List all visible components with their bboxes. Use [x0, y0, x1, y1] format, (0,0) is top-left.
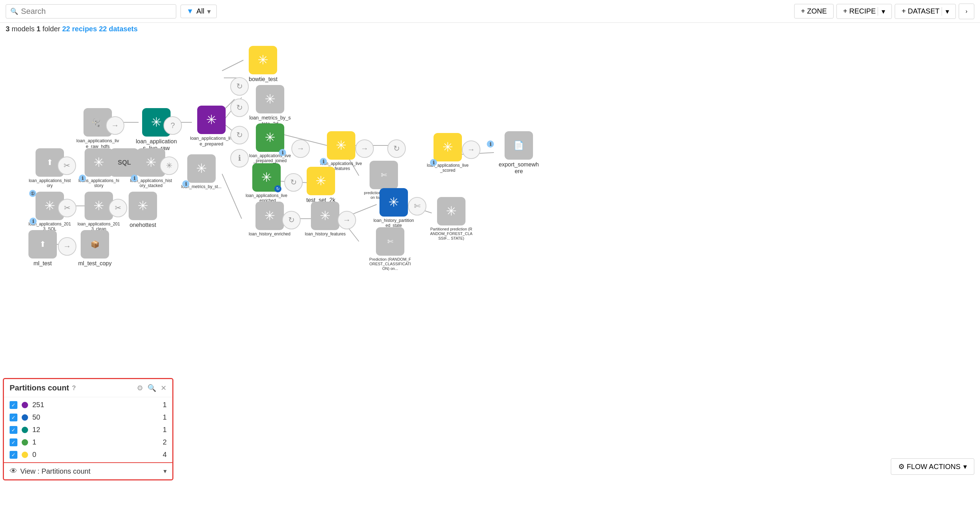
node-icon-metrics-state2: ✳: [187, 154, 216, 183]
folder-label: folder: [42, 25, 62, 33]
models-label: models: [12, 25, 37, 33]
back-button[interactable]: ›: [959, 3, 974, 19]
dot-purple: [22, 402, 28, 408]
dot-green: [22, 439, 28, 446]
node-onehottest[interactable]: ✳ onehottest: [129, 192, 157, 228]
panel-row-251: ✓ 251 1: [4, 399, 172, 411]
connector-scored-right[interactable]: →: [462, 141, 480, 159]
connector-2013-1[interactable]: ✂: [58, 199, 76, 217]
add-zone-button[interactable]: + ZONE: [794, 4, 834, 19]
folder-count: 1: [37, 25, 40, 33]
node-icon-partitioned-prediction: ✳: [437, 197, 466, 225]
settings-icon[interactable]: ⚙: [137, 384, 143, 392]
add-dataset-label: + DATASET: [902, 7, 940, 15]
connector-live-raw[interactable]: ?: [164, 116, 182, 135]
node-prediction-random-forest[interactable]: ✄ Prediction (RANDOM_FOREST_CLASSIFICATI…: [369, 227, 412, 271]
connector-prepared-mid[interactable]: ↻: [230, 126, 249, 144]
connector-enriched-right[interactable]: ↻: [284, 173, 303, 192]
node-prepared-joined[interactable]: ✳ loan_applications_live_prepared_joined: [249, 123, 291, 164]
node-test-set-2k[interactable]: ✳ test_set_2k: [306, 167, 336, 203]
dot-yellow: [22, 452, 28, 458]
connector-history-enriched[interactable]: ↻: [282, 211, 301, 229]
connector-history-1[interactable]: ✂: [57, 157, 76, 175]
checkbox-12[interactable]: ✓: [10, 426, 18, 434]
flow-actions-arrow: ▾: [963, 462, 967, 471]
value-1: 1: [32, 438, 163, 446]
node-label-loan-history: loan_applications_history: [29, 178, 71, 188]
node-ml-test-copy[interactable]: 📦 ml_test_copy: [78, 230, 111, 267]
count-251: 1: [163, 401, 167, 409]
add-dataset-button[interactable]: + DATASET ▾: [895, 4, 956, 19]
node-partitioned-prediction[interactable]: ✳ Partitioned prediction (RANDOM_FOREST_…: [430, 197, 473, 241]
connector-to-features[interactable]: →: [291, 139, 310, 158]
panel-row-0: ✓ 0 4: [4, 449, 172, 461]
node-loan-live-prepared[interactable]: ✳ loan_applications_live_prepared: [190, 105, 233, 147]
checkbox-50[interactable]: ✓: [10, 414, 18, 422]
connector-2013-2[interactable]: ✂: [109, 199, 127, 217]
count-0: 4: [163, 450, 167, 459]
node-export-somewhere[interactable]: 📄 export_somewhere: [498, 131, 540, 175]
node-bowtie-test[interactable]: ✳ bowtie_test: [249, 46, 277, 83]
search-box[interactable]: 🔍: [6, 4, 176, 19]
node-label-loan-history-partitioned: loan_history_partitioned_state: [372, 218, 415, 228]
node-icon-live-scored: ✳: [433, 133, 462, 161]
toolbar-left: 🔍 ▼ All ▾: [6, 4, 217, 19]
connector-raw-to-live[interactable]: →: [106, 116, 124, 135]
dot-teal: [22, 427, 28, 433]
search-panel-icon[interactable]: 🔍: [148, 384, 156, 392]
svg-line-21: [222, 174, 242, 219]
node-live-enriched[interactable]: ✳ ↻ loan_applications_live_enriched: [245, 163, 288, 203]
connector-ml-test[interactable]: →: [58, 237, 76, 256]
datasets-link[interactable]: 22 datasets: [99, 25, 137, 33]
node-icon-live-prepared: ✳: [197, 105, 226, 134]
node-icon-prediction-log-reg: ✄: [369, 161, 398, 189]
connector-features-right[interactable]: →: [355, 139, 374, 158]
panel-title: Partitions count ?: [10, 383, 76, 393]
dataset-arrow-icon: ▾: [942, 7, 949, 16]
node-label-loan-history-features: loan_history_features: [305, 232, 346, 236]
info-badge-2013-1: ①: [29, 190, 36, 197]
filter-arrow-icon: ▾: [207, 7, 211, 16]
node-label-live-prepared: loan_applications_live_prepared: [190, 136, 233, 147]
add-recipe-label: + RECIPE: [843, 7, 876, 15]
close-panel-icon[interactable]: ✕: [161, 384, 167, 392]
value-50: 50: [32, 413, 163, 422]
node-label-partitioned-prediction: Partitioned prediction (RANDOM_FOREST_CL…: [430, 227, 473, 241]
checkbox-251[interactable]: ✓: [10, 401, 18, 409]
node-label-raw-hdfs: loan_applications_live_raw_hdfs: [76, 138, 119, 149]
search-input[interactable]: [21, 7, 172, 16]
connector-partitioned[interactable]: ✄: [408, 197, 426, 216]
checkbox-0[interactable]: ✓: [10, 451, 18, 459]
connector-history-features[interactable]: →: [337, 211, 356, 229]
node-label-prediction-rf: Prediction (RANDOM_FOREST_CLASSIFICATION…: [369, 257, 412, 271]
flow-actions-button[interactable]: ⚙ FLOW ACTIONS ▾: [891, 458, 974, 475]
panel-title-text: Partitions count: [10, 383, 69, 393]
info-badge-history2: ℹ: [79, 175, 86, 182]
view-selector[interactable]: 👁 View : Partitions count ▾: [4, 462, 172, 479]
info-badge-metrics2: ℹ: [182, 180, 189, 187]
node-icon-prediction-rf: ✄: [376, 227, 404, 256]
node-icon-live-features: ✳: [327, 131, 355, 160]
count-50: 1: [163, 413, 167, 422]
connector-stacked-right[interactable]: ✳: [160, 157, 178, 175]
view-dropdown-arrow[interactable]: ▾: [164, 467, 167, 475]
checkbox-1[interactable]: ✓: [10, 438, 18, 446]
value-0: 0: [32, 450, 163, 459]
count-1: 2: [163, 438, 167, 446]
connector-features-2[interactable]: ↻: [387, 139, 406, 158]
recipes-link[interactable]: 22 recipes: [62, 25, 97, 33]
connector-bowtie[interactable]: ↻: [230, 77, 249, 96]
node-loan-metrics-state[interactable]: ✳ loan_metrics_by_state_2d: [249, 85, 291, 127]
node-icon-prepared-joined: ✳: [256, 123, 284, 152]
dot-blue: [22, 414, 28, 421]
flow-canvas: ✳ bowtie_test ↻ ✳ loan_metrics_by_state_…: [0, 35, 980, 483]
connector-prepared-top[interactable]: ↻: [230, 99, 249, 117]
add-recipe-button[interactable]: + RECIPE ▾: [837, 4, 892, 19]
panel-row-12: ✓ 12 1: [4, 423, 172, 436]
node-ml-test[interactable]: ⬆ ml_test: [29, 230, 57, 267]
help-icon[interactable]: ?: [72, 385, 76, 392]
filter-button[interactable]: ▼ All ▾: [180, 5, 217, 18]
flow-actions-label: ⚙ FLOW ACTIONS: [898, 462, 961, 471]
view-label-text: View : Partitions count: [20, 467, 91, 476]
node-label-export: export_somewhere: [498, 161, 540, 175]
